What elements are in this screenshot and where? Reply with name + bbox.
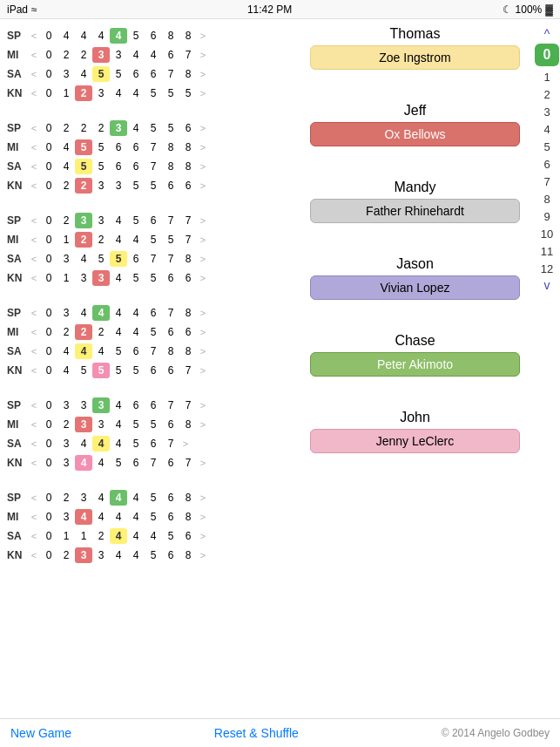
score-num-2[interactable]: 2 bbox=[543, 85, 550, 103]
cell: 4 bbox=[110, 528, 127, 544]
cell: 3 bbox=[57, 66, 75, 82]
cell[interactable]: < bbox=[28, 400, 40, 411]
character-box-4[interactable]: Peter Akimoto bbox=[310, 352, 520, 377]
cell: 2 bbox=[92, 120, 110, 136]
cell[interactable]: > bbox=[197, 215, 209, 226]
cell[interactable]: > bbox=[197, 327, 209, 337]
score-num-1[interactable]: 1 bbox=[543, 68, 550, 85]
cell[interactable]: < bbox=[28, 215, 40, 226]
character-box-3[interactable]: Vivian Lopez bbox=[310, 275, 520, 300]
cell[interactable]: < bbox=[28, 438, 40, 449]
cell: 0 bbox=[40, 178, 57, 194]
cell[interactable]: < bbox=[28, 69, 40, 79]
cell[interactable]: < bbox=[28, 550, 40, 560]
cell[interactable]: < bbox=[28, 123, 40, 133]
cell: 5 bbox=[162, 232, 179, 248]
character-box-0[interactable]: Zoe Ingstrom bbox=[310, 45, 520, 70]
row-4-2: SA<03444567> bbox=[7, 434, 289, 453]
cell[interactable]: < bbox=[28, 31, 40, 41]
cell: 7 bbox=[162, 305, 179, 321]
cell[interactable]: < bbox=[28, 492, 40, 503]
cell[interactable]: > bbox=[179, 438, 192, 449]
cell[interactable]: < bbox=[28, 273, 40, 283]
cell[interactable]: > bbox=[197, 419, 209, 430]
score-num-10[interactable]: 10 bbox=[541, 225, 553, 242]
score-num-11[interactable]: 11 bbox=[541, 242, 553, 260]
cell[interactable]: < bbox=[28, 308, 40, 318]
player-name-4: Chase bbox=[303, 333, 527, 349]
cell[interactable]: > bbox=[197, 273, 209, 283]
up-arrow[interactable]: ^ bbox=[544, 26, 550, 42]
cell[interactable]: < bbox=[28, 346, 40, 357]
score-num-9[interactable]: 9 bbox=[543, 207, 550, 225]
cell[interactable]: > bbox=[197, 365, 209, 376]
cell[interactable]: > bbox=[197, 180, 209, 191]
cell[interactable]: < bbox=[28, 50, 40, 60]
cell: 0 bbox=[40, 305, 57, 321]
cell[interactable]: > bbox=[197, 142, 209, 153]
score-num-8[interactable]: 8 bbox=[543, 190, 550, 207]
cell: 4 bbox=[57, 343, 75, 359]
cell[interactable]: < bbox=[28, 161, 40, 172]
cell[interactable]: > bbox=[197, 492, 209, 503]
cell[interactable]: > bbox=[197, 69, 209, 79]
cell[interactable]: < bbox=[28, 180, 40, 191]
row-3-3: KN<045555667> bbox=[7, 361, 289, 380]
cell[interactable]: < bbox=[28, 531, 40, 541]
cell[interactable]: > bbox=[197, 550, 209, 560]
player-group-5: JohnJenny LeClerc bbox=[303, 410, 527, 453]
cell: 8 bbox=[179, 159, 197, 174]
cell[interactable]: < bbox=[28, 512, 40, 522]
cell: 7 bbox=[162, 213, 179, 228]
character-box-2[interactable]: Father Rhinehardt bbox=[310, 199, 520, 223]
row-label: KN bbox=[7, 457, 28, 469]
score-num-12[interactable]: 12 bbox=[541, 260, 553, 277]
row-5-3: KN<023344568> bbox=[7, 546, 289, 565]
cell[interactable]: < bbox=[28, 419, 40, 430]
cell: 6 bbox=[145, 436, 162, 452]
cell: 6 bbox=[162, 47, 179, 63]
cell[interactable]: > bbox=[197, 512, 209, 522]
cell: 6 bbox=[179, 528, 197, 544]
down-arrow[interactable]: v bbox=[544, 277, 550, 293]
cell: 3 bbox=[92, 85, 110, 101]
cell[interactable]: > bbox=[197, 123, 209, 133]
score-num-7[interactable]: 7 bbox=[543, 173, 550, 190]
cell[interactable]: < bbox=[28, 88, 40, 98]
cell[interactable]: > bbox=[197, 254, 209, 264]
cell[interactable]: > bbox=[197, 400, 209, 411]
cell: 1 bbox=[57, 85, 75, 101]
score-num-5[interactable]: 5 bbox=[543, 138, 550, 155]
cell: 2 bbox=[75, 120, 92, 136]
cell[interactable]: > bbox=[197, 531, 209, 541]
character-box-1[interactable]: Ox Bellows bbox=[310, 122, 520, 146]
cell: 4 bbox=[145, 47, 162, 63]
cell[interactable]: < bbox=[28, 234, 40, 245]
row-label: KN bbox=[7, 549, 28, 561]
reset-shuffle-button[interactable]: Reset & Shuffle bbox=[214, 726, 299, 740]
cell[interactable]: > bbox=[197, 458, 209, 468]
cell[interactable]: < bbox=[28, 142, 40, 153]
cell[interactable]: > bbox=[197, 161, 209, 172]
new-game-button[interactable]: New Game bbox=[10, 726, 71, 740]
cell[interactable]: > bbox=[197, 50, 209, 60]
score-num-4[interactable]: 4 bbox=[543, 120, 550, 138]
character-box-5[interactable]: Jenny LeClerc bbox=[310, 429, 520, 453]
player-name-1: Jeff bbox=[303, 103, 527, 119]
cell[interactable]: > bbox=[197, 346, 209, 357]
score-num-6[interactable]: 6 bbox=[543, 155, 550, 173]
score-num-3[interactable]: 3 bbox=[543, 103, 550, 120]
cell: 6 bbox=[110, 159, 127, 174]
cell[interactable]: > bbox=[197, 308, 209, 318]
cell[interactable]: < bbox=[28, 327, 40, 337]
cell[interactable]: < bbox=[28, 254, 40, 264]
cell[interactable]: < bbox=[28, 458, 40, 468]
row-3-2: SA<044456788> bbox=[7, 342, 289, 361]
cell[interactable]: < bbox=[28, 365, 40, 376]
row-label: SP bbox=[7, 307, 28, 319]
cell[interactable]: > bbox=[197, 234, 209, 245]
cell: 0 bbox=[40, 251, 57, 267]
cell[interactable]: > bbox=[197, 88, 209, 98]
cell[interactable]: > bbox=[197, 31, 209, 41]
cell: 5 bbox=[145, 509, 162, 525]
